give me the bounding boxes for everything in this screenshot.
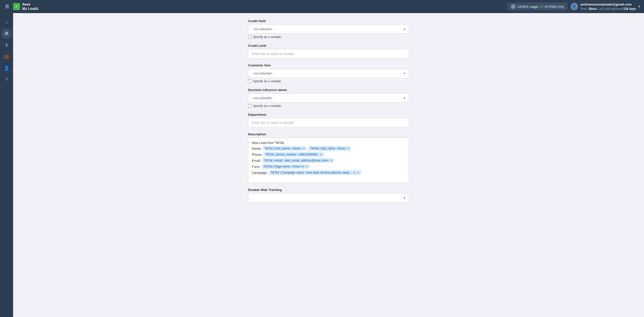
disable-web-tracking-field-group: Disable Web Tracking ▾: [248, 188, 409, 202]
credit-hold-specify-label[interactable]: Specify as a variable: [253, 35, 281, 39]
sidebar-item-home[interactable]: ⌂: [2, 17, 11, 27]
main-content: Credit Hold - not selected - ▾ Specify a…: [13, 13, 644, 317]
customer-size-label: Customer Size: [248, 63, 409, 67]
description-field-group: Description New Lead from TikTok Name: T…: [248, 132, 409, 183]
info-icon: i: [511, 4, 516, 9]
sidebar-item-billing[interactable]: $: [2, 40, 11, 50]
tag-campaign-close-icon[interactable]: ✕: [357, 171, 359, 174]
decision-influence-specify-label[interactable]: Specify as a variable: [253, 104, 281, 108]
decision-influence-specify-row: Specify as a variable: [248, 104, 409, 108]
description-form-prefix: Form:: [252, 165, 260, 169]
description-email-prefix: Email:: [252, 159, 261, 163]
user-menu-chevron-icon: ▾: [638, 5, 640, 8]
description-name-line: Name: TikTok | first_name: «Jane» ✕ TikT…: [252, 146, 405, 151]
tag-first-name-close-icon[interactable]: ✕: [303, 147, 305, 150]
description-campaign-prefix: Campaign:: [252, 171, 268, 175]
credit-hold-select[interactable]: - not selected - ▾: [248, 24, 409, 34]
leads-used: 52: [540, 5, 544, 9]
sidebar-item-briefcase[interactable]: 💼: [2, 52, 11, 61]
decision-influence-specify-checkbox[interactable]: [248, 104, 252, 108]
decision-influence-field-group: Decision influence labels - not selected…: [248, 88, 409, 108]
disable-web-tracking-label: Disable Web Tracking: [248, 188, 409, 192]
description-email-line: Email: TikTok | email: «test_email_addre…: [252, 158, 405, 163]
description-form-line: Form: TikTok | Page name: «Form 1» ✕: [252, 164, 405, 169]
leads-total: of 5'000 (1%): [545, 5, 564, 9]
credit-limit-label: Credit Limit: [248, 44, 409, 48]
logo-text: Save My Leads.: [22, 2, 39, 11]
customer-size-select[interactable]: - not selected - ▾: [248, 69, 409, 78]
tag-first-name[interactable]: TikTok | first_name: «Jane» ✕: [262, 146, 307, 151]
description-campaign-line: Campaign: TikTok | Campaign name: «test …: [252, 170, 405, 175]
logo-icon: ✓: [13, 3, 20, 10]
department-input[interactable]: [248, 118, 409, 127]
description-box[interactable]: New Lead from TikTok Name: TikTok | firs…: [248, 138, 409, 183]
customer-size-value: - not selected -: [252, 71, 273, 75]
decision-influence-label: Decision influence labels: [248, 88, 409, 92]
tag-form[interactable]: TikTok | Page name: «Form 1» ✕: [261, 164, 310, 169]
user-avatar: 👤: [571, 3, 578, 10]
tag-phone[interactable]: TikTok | phone_number: «8001000000» ✕: [263, 152, 324, 157]
department-field-group: Department: [248, 113, 409, 127]
tag-phone-close-icon[interactable]: ✕: [320, 153, 322, 156]
sidebar: ⌂ ⚙ $ 💼 👤 ?: [0, 13, 13, 317]
app-layout: ⌂ ⚙ $ 💼 👤 ? Credit Hold - not selected -…: [0, 13, 644, 317]
user-plan: Plan | Basic | left until payment 128 da…: [581, 7, 636, 11]
credit-hold-value: - not selected -: [252, 27, 273, 31]
disable-web-tracking-select[interactable]: ▾: [248, 193, 409, 202]
decision-influence-value: - not selected -: [252, 96, 273, 100]
description-intro-line: New Lead from TikTok: [252, 141, 405, 145]
leads-usage-label: LEADS usage: 52 of 5'000 (1%): [518, 5, 564, 9]
customer-size-specify-checkbox[interactable]: [248, 80, 252, 83]
customer-size-chevron-icon: ▾: [404, 72, 405, 75]
credit-limit-input[interactable]: [248, 49, 409, 58]
tag-campaign[interactable]: TikTok | Campaign name: «test lead: dumm…: [269, 170, 361, 175]
user-menu[interactable]: 👤 andrewsavemyleads@gmail.com Plan | Bas…: [571, 2, 640, 11]
credit-hold-specify-row: Specify as a variable: [248, 35, 409, 39]
description-name-prefix: Name:: [252, 147, 261, 150]
customer-size-field-group: Customer Size - not selected - ▾ Specify…: [248, 63, 409, 83]
sidebar-item-connections[interactable]: ⚙: [2, 29, 11, 38]
description-intro-text: New Lead from TikTok: [252, 141, 284, 145]
tag-last-name[interactable]: TikTok | last_name: «Doe» ✕: [308, 146, 351, 151]
credit-hold-label: Credit Hold: [248, 19, 409, 23]
tag-email-close-icon[interactable]: ✕: [330, 159, 332, 162]
decision-influence-select[interactable]: - not selected - ▾: [248, 93, 409, 103]
department-label: Department: [248, 113, 409, 116]
user-info: andrewsavemyleads@gmail.com Plan | Basic…: [581, 2, 636, 11]
menu-icon[interactable]: ☰: [4, 3, 10, 10]
credit-hold-specify-checkbox[interactable]: [248, 35, 252, 39]
sidebar-item-help[interactable]: ?: [2, 75, 11, 85]
leads-usage-widget: i LEADS usage: 52 of 5'000 (1%): [507, 3, 568, 11]
tag-last-name-close-icon[interactable]: ✕: [347, 147, 349, 150]
form-section: Credit Hold - not selected - ▾ Specify a…: [248, 19, 409, 202]
customer-size-specify-row: Specify as a variable: [248, 80, 409, 83]
description-phone-line: Phone: TikTok | phone_number: «800100000…: [252, 152, 405, 157]
description-label: Description: [248, 132, 409, 136]
disable-web-tracking-chevron-icon: ▾: [404, 196, 405, 200]
top-navigation: ☰ ✓ Save My Leads. i LEADS usage: 52 of …: [0, 0, 644, 13]
decision-influence-chevron-icon: ▾: [404, 96, 405, 100]
sidebar-item-account[interactable]: 👤: [2, 63, 11, 73]
credit-hold-field-group: Credit Hold - not selected - ▾ Specify a…: [248, 19, 409, 39]
description-phone-prefix: Phone:: [252, 153, 262, 156]
app-logo: ✓ Save My Leads.: [13, 2, 39, 11]
tag-email[interactable]: TikTok | email: «test_email_address@mail…: [262, 158, 334, 163]
credit-limit-field-group: Credit Limit: [248, 44, 409, 58]
customer-size-specify-label[interactable]: Specify as a variable: [253, 80, 281, 83]
tag-form-close-icon[interactable]: ✕: [306, 165, 308, 168]
credit-hold-chevron-icon: ▾: [404, 27, 405, 31]
user-email: andrewsavemyleads@gmail.com: [581, 2, 636, 7]
